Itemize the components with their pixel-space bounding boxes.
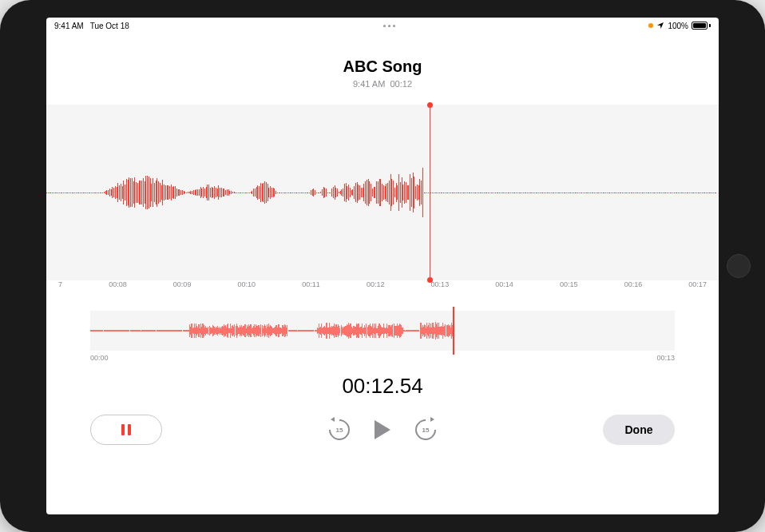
- ruler-mark: 00:15: [560, 280, 578, 295]
- playhead-indicator[interactable]: [430, 105, 430, 280]
- recording-title[interactable]: ABC Song: [46, 58, 719, 76]
- ruler-mark: 00:16: [624, 280, 643, 295]
- ruler-mark: 7: [58, 280, 62, 295]
- timer-display: 00:12.54: [46, 374, 719, 399]
- overview-start-time: 00:00: [90, 354, 109, 362]
- ruler-mark: 00:12: [367, 280, 385, 295]
- pause-icon: [121, 424, 131, 435]
- status-date: Tue Oct 18: [90, 22, 129, 30]
- time-ruler: 700:0800:0900:1000:1100:1200:1300:1400:1…: [46, 280, 719, 295]
- ruler-mark: 00:11: [302, 280, 320, 295]
- ruler-mark: 00:08: [109, 280, 127, 295]
- ruler-mark: 00:13: [431, 280, 450, 295]
- skip-back-15-button[interactable]: 15: [328, 419, 351, 441]
- status-bar: 9:41 AM Tue Oct 18 100%: [46, 18, 719, 34]
- screen: 9:41 AM Tue Oct 18 100%: [46, 18, 719, 514]
- ruler-mark: 00:10: [238, 280, 256, 295]
- recording-indicator-icon: [648, 23, 653, 28]
- location-icon: [656, 22, 664, 30]
- overview-end-time: 00:13: [656, 354, 675, 362]
- overview-playhead[interactable]: [453, 307, 454, 355]
- skip-forward-15-button[interactable]: 15: [414, 419, 437, 441]
- recording-meta: 9:41 AM 00:12: [46, 79, 719, 89]
- pause-button[interactable]: [90, 415, 162, 445]
- home-button[interactable]: [727, 254, 751, 278]
- status-time: 9:41 AM: [54, 22, 84, 30]
- ruler-mark: 00:09: [173, 280, 192, 295]
- ipad-frame: 9:41 AM Tue Oct 18 100%: [0, 0, 765, 532]
- main-waveform[interactable]: [46, 105, 719, 280]
- controls-bar: 15 15 Done: [46, 399, 719, 445]
- overview-waveform[interactable]: [90, 311, 675, 351]
- status-handle: [383, 25, 395, 27]
- ruler-mark: 00:17: [688, 280, 707, 295]
- done-button[interactable]: Done: [603, 415, 675, 445]
- battery-percent: 100%: [668, 22, 688, 30]
- ruler-mark: 00:14: [495, 280, 513, 295]
- battery-icon: [692, 22, 711, 30]
- play-button[interactable]: [375, 420, 390, 439]
- play-icon: [375, 420, 390, 439]
- skip-back-label: 15: [336, 427, 343, 434]
- content-area: ABC Song 9:41 AM 00:12 700:0800:0900:100…: [46, 34, 719, 514]
- skip-forward-label: 15: [422, 427, 430, 434]
